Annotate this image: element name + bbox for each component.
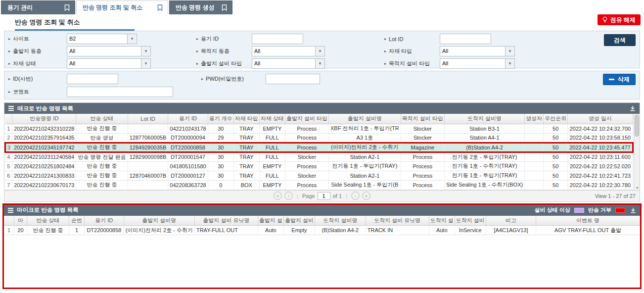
- table-row[interactable]: 420220422102311240584반송 명령 전달 완료12829000…: [5, 152, 633, 161]
- column-header[interactable]: 반송명령 ID: [12, 114, 76, 124]
- column-header[interactable]: 자재 상태: [259, 114, 285, 124]
- list-menu-icon[interactable]: [8, 106, 14, 111]
- chevron-down-icon[interactable]: ▾: [505, 59, 514, 68]
- column-header[interactable]: 우선순위: [544, 114, 568, 124]
- filter-select-3[interactable]: All▾: [67, 46, 151, 56]
- password-field[interactable]: [266, 74, 320, 84]
- table-cell: 30: [208, 161, 233, 171]
- label-arrow-icon: ▸: [8, 49, 10, 53]
- macro-command-section: 매크로 반송 명령 목록 반송명령 ID반송 상태Lot ID용기 ID용기 개…: [4, 102, 640, 202]
- filter-label: ▸용기 ID: [196, 35, 252, 43]
- column-header[interactable]: 용기 ID: [168, 114, 208, 124]
- release-occupancy-button[interactable]: 점유 해제: [598, 14, 641, 25]
- column-header[interactable]: 용기 개수: [208, 114, 233, 124]
- chevron-down-icon[interactable]: ▾: [315, 47, 324, 56]
- column-header[interactable]: 출발지 설비명: [124, 216, 194, 226]
- column-header[interactable]: 마: [14, 216, 27, 226]
- filter-select-6[interactable]: All▾: [67, 58, 151, 69]
- page-number-input[interactable]: [318, 192, 330, 200]
- comment-field[interactable]: [67, 87, 173, 97]
- filter-select-0[interactable]: B2▾: [67, 34, 137, 44]
- filter-input-1[interactable]: [252, 34, 303, 44]
- table-cell: 20: [14, 226, 27, 235]
- chevron-down-icon[interactable]: ▾: [141, 47, 150, 56]
- list-menu-icon[interactable]: [8, 208, 13, 213]
- table-cell: 20220422102357916435: [12, 133, 76, 143]
- filter-select-8[interactable]: All▾: [440, 58, 515, 69]
- download-icon[interactable]: [630, 207, 636, 213]
- column-header[interactable]: 출발지 설비: [283, 216, 315, 226]
- legend-equipment-abnormal-label: 설비 상태 이상: [535, 206, 570, 214]
- column-header[interactable]: 도착지 설: [429, 216, 455, 226]
- chevron-down-icon[interactable]: ▾: [505, 47, 514, 56]
- column-header[interactable]: 출발지 설비 유닛명: [194, 216, 258, 226]
- filter-select-4[interactable]: All▾: [252, 46, 325, 56]
- column-header[interactable]: 비고: [486, 216, 536, 226]
- delete-panel: ▸ ID(사번) ▸ PWD(비밀번호) ▸ 코맨트 삭제: [4, 71, 640, 99]
- column-header[interactable]: 반송 상태: [27, 216, 69, 226]
- table-cell: Auto: [258, 226, 283, 235]
- column-header[interactable]: Lot ID: [128, 114, 168, 124]
- column-header[interactable]: 도착지 설비명: [444, 114, 524, 124]
- table-cell: 전기동 1호 - 투입기(TRAY): [329, 161, 401, 171]
- table-cell: DT200000127: [168, 171, 208, 180]
- bookmark-icon[interactable]: [222, 4, 227, 11]
- delete-grid: ▸ ID(사번) ▸ PWD(비밀번호) ▸ 코맨트: [8, 74, 636, 97]
- filter-select-5[interactable]: All▾: [440, 46, 515, 56]
- table-cell: [525, 133, 544, 143]
- filter-select-7[interactable]: All▾: [252, 58, 325, 69]
- column-header[interactable]: [5, 114, 12, 124]
- table-cell: FULL: [259, 171, 285, 180]
- first-page-button[interactable]: «: [274, 192, 282, 200]
- bookmark-icon[interactable]: [64, 4, 70, 11]
- table-row[interactable]: 120220422102432310228반송 진행 중042210243178…: [5, 124, 633, 133]
- table-row[interactable]: 220220422102357916435반송 생성12877060005BDT…: [5, 133, 633, 143]
- column-header[interactable]: 자재 타입: [233, 114, 259, 124]
- page-of-label: of 1: [333, 193, 342, 199]
- chevron-down-icon[interactable]: ▾: [141, 59, 150, 68]
- table-row[interactable]: 520220422102251802484반송 진행 중041805101580…: [5, 161, 633, 171]
- column-header[interactable]: 출발지 설: [258, 216, 283, 226]
- scroll-down-icon[interactable]: ▼: [634, 186, 641, 190]
- column-header[interactable]: 순번: [69, 216, 85, 226]
- last-page-button[interactable]: »: [362, 192, 370, 200]
- filter-input-2[interactable]: [440, 34, 491, 44]
- table-cell: 2: [5, 133, 12, 143]
- delete-button[interactable]: 삭제: [603, 74, 636, 85]
- tab-container-manage[interactable]: 용기 관리: [1, 0, 75, 14]
- filter-label: ▸사이트: [8, 35, 67, 43]
- table-cell: [525, 152, 544, 161]
- table-row[interactable]: 720220422102230670173반송 진행 중042208363728…: [5, 180, 633, 190]
- column-header[interactable]: 목적지 설비 타입: [401, 114, 444, 124]
- download-icon[interactable]: [630, 105, 636, 111]
- prev-page-button[interactable]: ‹: [284, 192, 293, 200]
- select-value: All: [252, 47, 315, 56]
- column-header[interactable]: 반송 상태: [76, 114, 128, 124]
- tab-transfer-query-cancel[interactable]: 반송 명령 조회 및 취소: [76, 0, 168, 14]
- table-row[interactable]: 120반송 진행 중1DT220000858(이미지)전처리 2호 - 수취기T…: [4, 226, 640, 235]
- chevron-down-icon[interactable]: ▾: [315, 59, 324, 68]
- search-button[interactable]: 검색: [604, 34, 636, 46]
- table-row[interactable]: 620220422102241300833반송 진행 중12870460007B…: [5, 171, 633, 180]
- bookmark-icon[interactable]: [157, 4, 163, 11]
- column-header[interactable]: 도착지 설비명: [315, 216, 366, 226]
- table-row[interactable]: 320220422102345197742반송 진행 중12849280035B…: [5, 143, 633, 152]
- table-cell: Process: [401, 161, 444, 171]
- column-header[interactable]: 생성 일시: [568, 114, 633, 124]
- column-header[interactable]: 출발지 설비 타입: [285, 114, 328, 124]
- column-header[interactable]: 도착지 설비 유닛명: [366, 216, 429, 226]
- scrollbar-thumb[interactable]: [635, 115, 639, 137]
- column-header[interactable]: 도착지 설비: [455, 216, 486, 226]
- scrollbar[interactable]: ▼: [634, 114, 640, 190]
- column-header[interactable]: 용기 ID: [84, 216, 124, 226]
- chevron-down-icon[interactable]: ▾: [127, 34, 137, 44]
- table-cell: 042210243178: [168, 124, 208, 133]
- employee-id-field[interactable]: [67, 74, 118, 84]
- column-header[interactable]: 생성자: [525, 114, 544, 124]
- column-header[interactable]: 이벤트 명: [536, 216, 640, 226]
- table-cell: DT220000858: [84, 226, 124, 235]
- next-page-button[interactable]: ›: [351, 192, 360, 200]
- column-header[interactable]: [4, 216, 14, 226]
- column-header[interactable]: 출발지 설비명: [329, 114, 401, 124]
- tab-transfer-create[interactable]: 반송 명령 생성: [169, 0, 232, 14]
